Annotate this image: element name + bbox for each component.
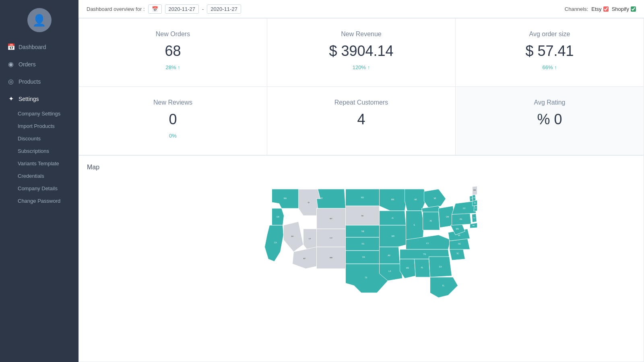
card-repeat-customers: Repeat Customers 4 [267,87,456,155]
channels-label: Channels: [565,6,588,12]
state-nd [346,189,380,206]
state-sd [346,206,380,225]
card-value-new-orders: 68 [165,43,181,60]
state-mn [380,189,407,211]
shopify-checkbox[interactable] [631,6,636,12]
state-wi [405,189,427,211]
state-ks [346,237,381,251]
state-in [423,212,440,230]
card-new-revenue: New Revenue $ 3904.14 120% ↑ [267,19,456,87]
sidebar-sub-change-password[interactable]: Change Password [0,195,78,207]
card-value-avg-rating: % 0 [537,111,562,128]
card-title-avg-rating: Avg Rating [534,99,566,106]
sidebar-label-settings: Settings [19,96,39,102]
dashboard-icon: 📅 [7,43,14,51]
state-ar [380,247,400,264]
card-value-avg-order-size: $ 57.41 [525,43,574,60]
map-title: Map [87,164,636,171]
state-il [406,211,424,240]
state-nm [317,247,346,269]
state-nh [473,195,476,201]
state-al [415,259,430,277]
card-value-repeat-customers: 4 [357,111,365,128]
date-from[interactable]: 2020-11-27 [165,4,199,14]
state-nj [472,214,477,222]
card-title-avg-order-size: Avg order size [529,31,570,38]
sidebar-item-products[interactable]: ◎ Products [0,73,78,90]
date-separator: - [202,6,204,12]
card-value-new-revenue: $ 3904.14 [329,43,393,60]
state-or [272,208,284,225]
card-new-reviews: New Reviews 0 0% [79,87,267,155]
date-icon: 📅 [148,4,162,14]
card-title-new-reviews: New Reviews [153,99,192,106]
card-new-orders: New Orders 68 28% ↑ [79,19,267,87]
etsy-label: Etsy [591,6,601,12]
sidebar-sub-company-settings[interactable]: Company Settings [0,107,78,120]
sidebar-label-dashboard: Dashboard [19,44,46,50]
stats-cards-grid: New Orders 68 28% ↑ New Revenue $ 3904.1… [78,18,644,155]
state-fl [430,277,458,298]
channel-etsy-container: Etsy [591,6,608,12]
state-ca [265,225,284,261]
sidebar-sub-discounts[interactable]: Discounts [0,132,78,145]
sidebar-item-dashboard[interactable]: 📅 Dashboard [0,38,78,56]
channel-shopify-container: Shopify [612,6,636,12]
sidebar-item-settings[interactable]: ✦ Settings [0,90,78,107]
avatar-container: 👤 [0,0,78,38]
state-mi [424,189,446,208]
sidebar-sub-credentials[interactable]: Credentials [0,170,78,182]
state-wy [317,208,346,229]
state-ga [429,257,452,277]
main-content: Dashboard overview for : 📅 2020-11-27 - … [78,0,644,362]
sidebar-sub-variants-template[interactable]: Variants Template [0,157,78,170]
card-title-new-revenue: New Revenue [341,31,382,38]
state-me [473,186,477,195]
orders-icon: ◉ [7,60,14,68]
state-nv [283,222,303,252]
topbar: Dashboard overview for : 📅 2020-11-27 - … [78,0,644,18]
state-az [293,247,317,269]
sidebar-sub-company-details[interactable]: Company Details [0,182,78,195]
card-change-avg-order-size: 66% ↑ [542,64,557,70]
card-title-repeat-customers: Repeat Customers [334,99,388,106]
state-mo [380,225,407,247]
state-wa [272,189,299,208]
products-icon: ◎ [7,78,14,85]
state-pa [452,213,471,225]
state-ok [346,251,383,264]
state-co [317,229,346,247]
sidebar-label-products: Products [19,78,41,85]
state-ut [303,229,317,249]
shopify-label: Shopify [612,6,629,12]
date-to[interactable]: 2020-11-27 [207,4,241,14]
card-avg-rating: Avg Rating % 0 [456,87,644,155]
sidebar-item-orders[interactable]: ◉ Orders [0,56,78,73]
etsy-checkbox[interactable] [603,6,609,12]
us-map-svg: WA OR CA NV ID MT WY [87,177,636,322]
card-change-new-revenue: 120% ↑ [353,64,370,70]
sidebar: 👤 📅 Dashboard ◉ Orders ◎ Products ✦ Sett… [0,0,78,362]
settings-icon: ✦ [7,95,14,103]
state-ia [380,211,406,225]
dashboard-overview-label: Dashboard overview for : [87,6,145,12]
topbar-left: Dashboard overview for : 📅 2020-11-27 - … [87,4,241,14]
sidebar-label-orders: Orders [19,61,36,68]
topbar-right: Channels: Etsy Shopify [565,6,636,12]
card-change-new-orders: 28% ↑ [165,64,180,70]
card-value-new-reviews: 0 [169,111,177,128]
map-container: WA OR CA NV ID MT WY [87,177,636,322]
card-title-new-orders: New Orders [156,31,190,38]
state-ct [474,206,477,211]
card-change-new-reviews: 0% [169,133,177,139]
sidebar-sub-import-products[interactable]: Import Products [0,120,78,132]
sidebar-sub-subscriptions[interactable]: Subscriptions [0,145,78,157]
map-section: Map WA OR CA NV ID [78,155,644,362]
card-avg-order-size: Avg order size $ 57.41 66% ↑ [456,19,644,87]
avatar: 👤 [27,8,52,32]
state-ne [346,225,381,237]
